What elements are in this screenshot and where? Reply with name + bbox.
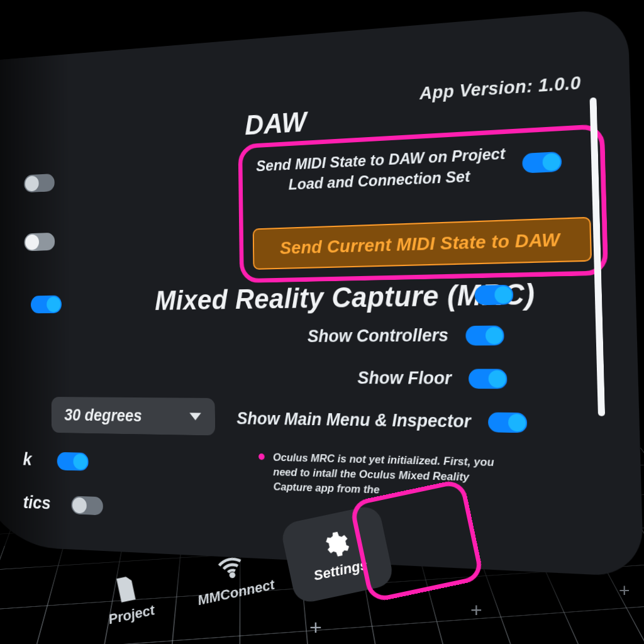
settings-panel: App Version: 1.0.0 DAW Send MIDI State t… [0,8,644,577]
left-toggle-5[interactable] [71,496,103,516]
gear-icon [318,528,353,562]
angle-dropdown-value: 30 degrees [64,406,142,426]
nav-mmconnect-label: MMConnect [196,577,276,609]
left-toggle-2[interactable] [25,233,55,252]
left-toggle-3[interactable] [31,296,62,314]
left-toggle-1[interactable] [24,174,55,192]
svg-point-0 [231,574,235,577]
wifi-icon [213,550,248,584]
show-controllers-toggle[interactable] [465,325,504,345]
partial-label-tics: tics [23,492,51,513]
file-icon [109,572,143,606]
partial-label-k: k [23,449,31,470]
